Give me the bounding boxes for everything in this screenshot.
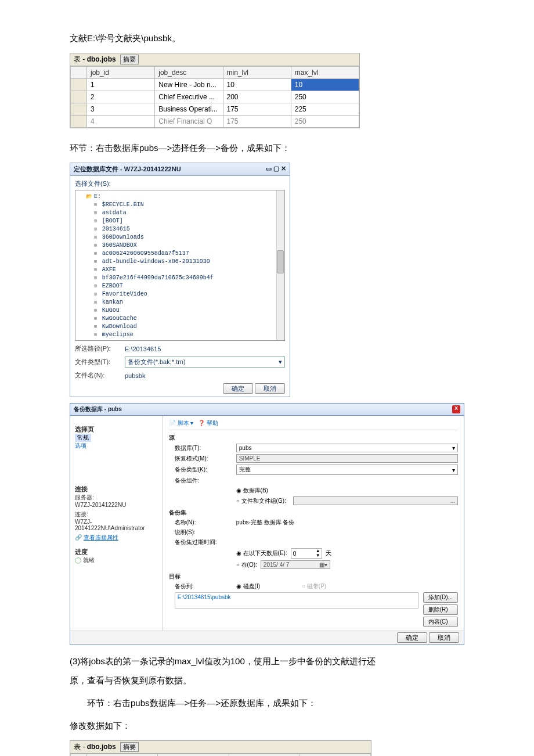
set-name-value[interactable]: pubs-完整 数据库 备份	[236, 519, 458, 527]
cell-max-lvl[interactable]: 225	[291, 103, 359, 116]
tree-folder[interactable]: myeclipse	[94, 331, 282, 339]
filegroup-box: ...	[293, 496, 458, 505]
expire-after-radio[interactable]: 在以下天数后(E):	[236, 549, 287, 557]
tree-folder[interactable]: 20134615	[94, 225, 282, 233]
cell-job-desc[interactable]: Business Operati...	[155, 103, 223, 116]
tree-folder[interactable]: 360Downloads	[94, 233, 282, 242]
caption-prefix: 表 -	[74, 743, 87, 751]
backup-type-label: 备份类型(K):	[169, 466, 233, 474]
select-page-header: 选择页	[75, 425, 158, 434]
script-link[interactable]: 📄 脚本 ▾	[169, 419, 194, 427]
col-header[interactable]: job_id	[87, 67, 155, 79]
chevron-down-icon[interactable]: ▾	[452, 445, 455, 451]
component-filegroup-radio[interactable]: 文件和文件组(G):	[236, 497, 286, 505]
dest-disk-radio[interactable]: 磁盘(I)	[236, 582, 260, 591]
doc-paragraph: 修改数据如下：	[70, 718, 464, 733]
folder-tree-pane[interactable]: E:$RECYCLE.BINastdata[BOOT]20134615360Do…	[75, 190, 285, 341]
dest-path-list[interactable]: E:\20134615\pubsbk	[175, 592, 418, 609]
doc-paragraph: 环节：右击数据库pubs—>选择任务—>备份，成果如下：	[70, 140, 464, 156]
jobs-grid[interactable]: job_id job_desc min_lvl max_lvl ✎ 1 New …	[70, 754, 371, 756]
expire-label: 备份集过期时间:	[169, 538, 233, 546]
filename-value[interactable]: pubsbk	[125, 372, 285, 379]
cell-min-lvl[interactable]: 175	[223, 103, 291, 116]
backup-type-dropdown[interactable]: 完整 ▾	[236, 465, 458, 475]
expire-days-spinner[interactable]: ▲▼	[291, 548, 322, 559]
tree-folder[interactable]: AXFE	[94, 266, 282, 274]
tree-folder[interactable]: [BOOT]	[94, 217, 282, 225]
scrollbar[interactable]	[276, 190, 284, 340]
cell-max-lvl-selected[interactable]: 10	[291, 79, 359, 91]
page-options[interactable]: 选项	[75, 442, 158, 450]
window-buttons[interactable]: ▭ ▢ ✕	[266, 165, 286, 174]
help-link[interactable]: ❓ 帮助	[198, 419, 218, 427]
table-row[interactable]: 3 Business Operati... 175 225	[71, 103, 359, 116]
view-connection-link[interactable]: 查看连接属性	[84, 534, 118, 541]
cell-job-desc[interactable]: Chief Executive ...	[155, 91, 223, 103]
page-general[interactable]: 常规	[75, 434, 91, 442]
contents-button[interactable]: 内容(C)	[423, 617, 458, 627]
tree-folder[interactable]: KwDownload	[94, 323, 282, 331]
remove-button[interactable]: 删除(R)	[423, 604, 458, 615]
cancel-button[interactable]: 取消	[429, 632, 459, 643]
ok-button[interactable]: 确定	[223, 383, 253, 394]
cell-job-desc[interactable]: New Hire - Job n...	[155, 79, 223, 91]
tree-folder[interactable]: astdata	[94, 209, 282, 217]
table-row-cutoff: 4 Chief Financial O 175 250	[71, 116, 359, 128]
col-header[interactable]: max_lvl	[300, 754, 370, 757]
caption-name: dbo.jobs	[87, 743, 116, 751]
chevron-down-icon[interactable]: ▾	[279, 358, 282, 366]
progress-header: 进度	[75, 548, 158, 556]
header-row: job_id job_desc min_lvl max_lvl	[71, 754, 371, 757]
caption-name: dbo.jobs	[87, 55, 116, 63]
summary-tab[interactable]: 摘要	[120, 55, 139, 64]
tree-folder[interactable]: $RECYCLE.BIN	[94, 201, 282, 209]
wizard-right-pane: 📄 脚本 ▾ ❓ 帮助 源 数据库(T): pubs ▾ 恢复模式(M): SI…	[163, 416, 464, 631]
doc-paragraph: 环节：右击pubs数据库—>任务—>还原数据库，成果如下：	[70, 695, 464, 711]
col-header[interactable]: min_lvl	[229, 754, 300, 757]
tree-folder[interactable]: bf307e216f44999da710625c34689b4f	[94, 274, 282, 282]
tree-folder[interactable]: KwGouCache	[94, 315, 282, 323]
tree-folder[interactable]: EZBOOT	[94, 282, 282, 290]
group-source: 源	[169, 434, 458, 442]
close-icon[interactable]: X	[452, 405, 460, 413]
component-database-radio[interactable]: 数据库(B)	[236, 487, 268, 495]
chevron-down-icon[interactable]: ▾	[452, 467, 455, 473]
database-dropdown[interactable]: pubs ▾	[236, 444, 458, 452]
doc-paragraph: 文献E:\学号文献夹\pubsbk。	[70, 30, 464, 46]
tree-folder[interactable]: kankan	[94, 298, 282, 307]
jobs-grid[interactable]: job_id job_desc min_lvl max_lvl 1 New Hi…	[70, 66, 359, 128]
wizard-titlebar[interactable]: 备份数据库 - pubs X	[70, 404, 464, 416]
tree-folder[interactable]: 360SANDBOX	[94, 242, 282, 250]
expire-on-radio[interactable]: 在(O):	[236, 561, 257, 569]
cell-min-lvl[interactable]: 10	[223, 79, 291, 91]
tree-folder[interactable]: adt-bundle-windows-x86-20131030	[94, 258, 282, 266]
recovery-value: SIMPLE	[236, 454, 458, 463]
summary-tab[interactable]: 摘要	[120, 742, 139, 752]
cell-max-lvl[interactable]: 250	[291, 91, 359, 103]
dialog-titlebar[interactable]: 定位数据库文件 - W7ZJ-20141222NU ▭ ▢ ✕	[70, 163, 290, 176]
tree-folder[interactable]: KuGou	[94, 307, 282, 315]
tree-folder[interactable]: PESOFT	[94, 339, 282, 341]
cell-min-lvl[interactable]: 200	[223, 91, 291, 103]
cell-job-id[interactable]: 3	[87, 103, 155, 116]
expire-date-picker[interactable]: 2015/ 4/ 7▦▾	[261, 560, 330, 569]
tree-folder[interactable]: ac00624260609558daa7f5137	[94, 250, 282, 258]
filename-label: 文件名(N):	[75, 371, 121, 380]
tree-folder[interactable]: FavoriteVideo	[94, 290, 282, 298]
cell-job-id[interactable]: 1	[87, 79, 155, 91]
col-header[interactable]: max_lvl	[291, 67, 359, 79]
filetype-combo[interactable]: 备份文件(*.bak;*.trn) ▾	[125, 357, 285, 368]
scrollbar-thumb[interactable]	[277, 250, 284, 273]
table-row[interactable]: 1 New Hire - Job n... 10 10	[71, 79, 359, 91]
table-row[interactable]: 2 Chief Executive ... 200 250	[71, 91, 359, 103]
col-header[interactable]: job_id	[87, 754, 158, 757]
cell-job-id[interactable]: 2	[87, 91, 155, 103]
tree-drive[interactable]: E:	[86, 193, 282, 201]
filetype-label: 文件类型(T):	[75, 358, 121, 366]
cancel-button[interactable]: 取消	[255, 383, 285, 394]
col-header[interactable]: job_desc	[155, 67, 223, 79]
col-header[interactable]: min_lvl	[223, 67, 291, 79]
ok-button[interactable]: 确定	[397, 632, 427, 643]
col-header[interactable]: job_desc	[158, 754, 229, 757]
add-button[interactable]: 添加(D)...	[423, 592, 458, 603]
